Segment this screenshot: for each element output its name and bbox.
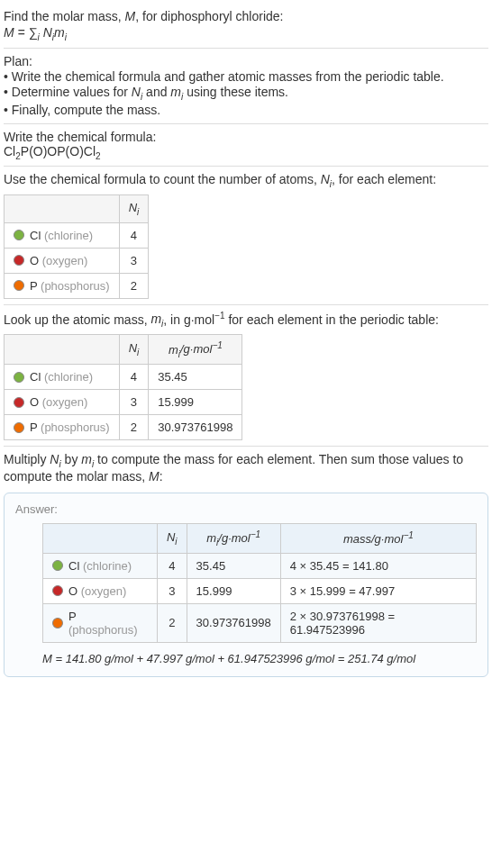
mi-value: 35.45 [187, 553, 280, 578]
color-swatch [14, 372, 24, 383]
element-cell: Cl (chlorine) [5, 365, 120, 390]
atom-count-table: Ni Cl (chlorine) 4 O (oxygen) 3 P (phosp… [4, 194, 149, 299]
table-row: Cl (chlorine) 4 35.45 [5, 365, 242, 390]
mass-header: mass/g·mol−1 [280, 523, 476, 553]
table-row: O (oxygen) 3 15.999 [5, 390, 242, 415]
mi-value: 15.999 [187, 578, 280, 603]
atomic-mass-table: Ni mi/g·mol−1 Cl (chlorine) 4 35.45 O (o… [4, 334, 242, 440]
table-row: P (phosphorus) 2 30.973761998 2 × 30.973… [43, 603, 477, 642]
atomic-mass-section: Look up the atomic mass, mi, in g·mol−1 … [4, 305, 488, 447]
ni-value: 3 [119, 390, 149, 415]
mass-value: 2 × 30.973761998 = 61.947523996 [280, 603, 476, 642]
answer-box: Answer: Ni mi/g·mol−1 mass/g·mol−1 Cl (c… [4, 493, 488, 677]
table-header-row: Ni mi/g·mol−1 [5, 335, 242, 365]
color-swatch [52, 585, 63, 596]
color-swatch [14, 280, 24, 291]
table-header-row: Ni mi/g·mol−1 mass/g·mol−1 [43, 523, 477, 553]
color-swatch [14, 255, 24, 266]
element-cell: O (oxygen) [5, 248, 120, 273]
mi-header: mi/g·mol−1 [187, 523, 280, 553]
plan-title: Plan: [4, 54, 488, 68]
element-cell: P (phosphorus) [43, 603, 158, 642]
intro-section: Find the molar mass, M, for diphosphoryl… [4, 4, 488, 49]
empty-header [5, 195, 120, 223]
element-cell: O (oxygen) [5, 390, 120, 415]
ni-value: 2 [119, 273, 149, 298]
answer-label: Answer: [15, 502, 477, 516]
ni-value: 4 [119, 222, 149, 248]
write-formula-title: Write the chemical formula: [4, 130, 488, 144]
atomic-mass-intro: Look up the atomic mass, mi, in g·mol−1 … [4, 311, 488, 329]
chemical-formula-section: Write the chemical formula: Cl2P(O)OP(O)… [4, 124, 488, 167]
mi-value: 15.999 [149, 390, 242, 415]
table-header-row: Ni [5, 195, 149, 223]
table-row: P (phosphorus) 2 [5, 273, 149, 298]
element-cell: Cl (chlorine) [43, 553, 158, 578]
table-row: Cl (chlorine) 4 [5, 222, 149, 248]
ni-value: 4 [157, 553, 187, 578]
intro-text: Find the molar mass, M, for diphosphoryl… [4, 9, 488, 23]
empty-header [43, 523, 158, 553]
mi-value: 30.973761998 [149, 415, 242, 440]
plan-bullet: • Write the chemical formula and gather … [4, 69, 488, 84]
plan-section: Plan: • Write the chemical formula and g… [4, 49, 488, 124]
ni-value: 2 [157, 603, 187, 642]
final-answer: M = 141.80 g/mol + 47.997 g/mol + 61.947… [42, 652, 477, 665]
element-cell: Cl (chlorine) [5, 222, 120, 248]
mass-value: 3 × 15.999 = 47.997 [280, 578, 476, 603]
plan-bullet: • Determine values for Ni and mi using t… [4, 85, 488, 102]
chemical-formula: Cl2P(O)OP(O)Cl2 [4, 144, 488, 161]
ni-value: 3 [157, 578, 187, 603]
table-row: O (oxygen) 3 [5, 248, 149, 273]
count-atoms-intro: Use the chemical formula to count the nu… [4, 172, 488, 189]
ni-value: 3 [119, 248, 149, 273]
element-cell: P (phosphorus) [5, 273, 120, 298]
table-row: Cl (chlorine) 4 35.45 4 × 35.45 = 141.80 [43, 553, 477, 578]
color-swatch [14, 230, 24, 240]
multiply-intro: Multiply Ni by mi to compute the mass fo… [4, 452, 488, 484]
plan-bullet: • Finally, compute the mass. [4, 103, 488, 117]
element-cell: P (phosphorus) [5, 415, 120, 440]
mass-value: 4 × 35.45 = 141.80 [280, 553, 476, 578]
ni-value: 4 [119, 365, 149, 390]
molar-mass-formula: M = ∑i Nimi [4, 25, 488, 42]
multiply-section: Multiply Ni by mi to compute the mass fo… [4, 447, 488, 489]
color-swatch [14, 397, 24, 408]
color-swatch [14, 422, 24, 433]
count-atoms-section: Use the chemical formula to count the nu… [4, 167, 488, 304]
mi-header: mi/g·mol−1 [149, 335, 242, 365]
mi-value: 35.45 [149, 365, 242, 390]
mi-value: 30.973761998 [187, 603, 280, 642]
ni-header: Ni [119, 195, 149, 223]
empty-header [5, 335, 120, 365]
answer-table: Ni mi/g·mol−1 mass/g·mol−1 Cl (chlorine)… [42, 523, 477, 643]
ni-value: 2 [119, 415, 149, 440]
color-swatch [52, 560, 63, 571]
element-cell: O (oxygen) [43, 578, 158, 603]
plan-bullets: • Write the chemical formula and gather … [4, 69, 488, 117]
ni-header: Ni [119, 335, 149, 365]
ni-header: Ni [157, 523, 187, 553]
color-swatch [52, 618, 63, 628]
table-row: P (phosphorus) 2 30.973761998 [5, 415, 242, 440]
table-row: O (oxygen) 3 15.999 3 × 15.999 = 47.997 [43, 578, 477, 603]
